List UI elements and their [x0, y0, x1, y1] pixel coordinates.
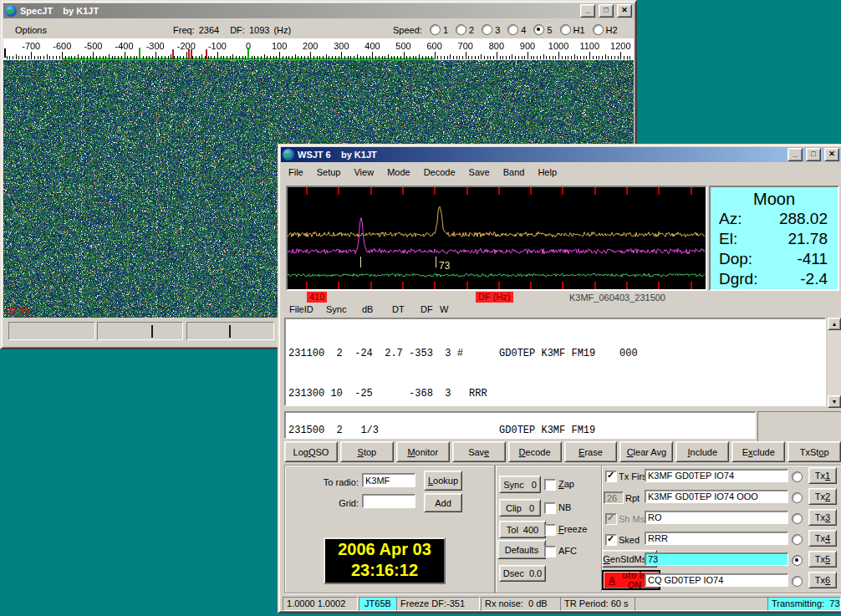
slider-panel[interactable] [97, 322, 183, 340]
tx6-message-input[interactable] [645, 573, 788, 587]
decode-line[interactable]: 231100 2 -24 2.7 -353 3 # GD0TEP K3MF FM… [288, 347, 825, 360]
stop-button[interactable]: Stop [340, 441, 394, 462]
speed-radio-2[interactable] [456, 24, 466, 35]
tx5-radio[interactable] [792, 555, 803, 566]
add-button[interactable]: Add [424, 493, 462, 512]
exclude-button[interactable]: Exclude [731, 441, 785, 462]
speed-option-3[interactable]: 3 [482, 24, 500, 35]
speed-radio-4[interactable] [507, 24, 518, 35]
decode-scrollbar[interactable]: ▲ ▼ [828, 318, 841, 408]
speed-option-1[interactable]: 1 [430, 24, 448, 35]
tx1-radio[interactable] [792, 471, 803, 482]
wsjt-minimize-button[interactable]: _ [787, 148, 803, 161]
nb-label: NB [558, 502, 571, 512]
tx2-button[interactable]: Tx2 [808, 488, 837, 505]
monitor-button[interactable]: Monitor [396, 441, 450, 462]
tx4-button[interactable]: Tx4 [808, 530, 837, 547]
tx5-message-input[interactable] [645, 552, 788, 566]
sync-control[interactable]: Sync0 [499, 476, 541, 493]
wsjt-maximize-button[interactable]: □ [806, 148, 821, 161]
freeze-label: Freeze [558, 524, 587, 534]
status-spacer [635, 597, 768, 611]
tx6-radio[interactable] [792, 576, 803, 587]
tx3-radio[interactable] [792, 513, 803, 524]
decode-text-area[interactable]: 231100 2 -24 2.7 -353 3 # GD0TEP K3MF FM… [284, 318, 826, 406]
frequency-ruler [3, 38, 634, 60]
freeze-checkbox[interactable] [544, 524, 556, 536]
tx2-radio[interactable] [792, 492, 803, 503]
dsec-control[interactable]: Dsec0.0 [499, 565, 546, 582]
speed-option-h1[interactable]: H1 [560, 24, 585, 35]
tx5-button[interactable]: Tx5 [808, 551, 837, 568]
decode-line[interactable]: 231300 10 -25 -368 3 RRR [288, 387, 825, 400]
defaults-button[interactable]: Defaults [497, 540, 546, 559]
specjt-titlebar[interactable]: SpecJT by K1JT _ □ ✕ [3, 3, 634, 18]
log-qso-button[interactable]: Log QSO [284, 441, 338, 462]
wsjt-globe-icon [283, 149, 294, 160]
menu-view[interactable]: View [348, 165, 380, 179]
lookup-button[interactable]: Lookup [424, 471, 462, 491]
freq-label: Freq: [173, 25, 195, 35]
col-header-sync: Sync [326, 304, 346, 314]
menu-decode[interactable]: Decode [418, 165, 461, 179]
tx4-radio[interactable] [792, 534, 803, 545]
wsjt-titlebar[interactable]: WSJT 6 by K1JT _ □ ✕ [281, 147, 841, 162]
slider-panel[interactable] [8, 322, 95, 340]
clip-control[interactable]: Clip0 [499, 499, 541, 517]
to-radio-input[interactable] [362, 473, 415, 487]
speed-radio-1[interactable] [430, 24, 441, 35]
tx4-message-input[interactable] [645, 532, 788, 545]
options-menu[interactable]: Options [15, 25, 47, 35]
speed-radio-h1[interactable] [560, 24, 571, 35]
rpt-label: Rpt [625, 493, 640, 503]
tx1-message-input[interactable] [645, 469, 788, 482]
clear-avg-button[interactable]: Clear Avg [619, 441, 673, 462]
grid-input[interactable] [362, 494, 415, 508]
sh-msg-checkbox[interactable] [605, 513, 617, 525]
menu-save[interactable]: Save [463, 165, 496, 179]
nb-checkbox[interactable] [544, 502, 556, 514]
tx3-button[interactable]: Tx3 [808, 509, 837, 526]
menu-file[interactable]: File [283, 165, 309, 179]
tx6-button[interactable]: Tx6 [808, 572, 837, 588]
speed-option-2[interactable]: 2 [456, 24, 474, 35]
speed-radio-3[interactable] [482, 24, 492, 35]
specjt-maximize-button[interactable]: □ [599, 4, 614, 18]
rpt-input[interactable] [604, 491, 624, 504]
tx3-message-input[interactable] [645, 511, 788, 524]
decode-button[interactable]: Decode [508, 441, 562, 462]
tx1-button[interactable]: Tx1 [808, 467, 837, 484]
params-group: Sync0 Clip0 Tol400 Defaults Dsec0.0 Zap … [495, 465, 602, 593]
menu-band[interactable]: Band [497, 165, 531, 179]
status-rx-noise: Rx noise: 0 dB [481, 597, 561, 611]
tol-control[interactable]: Tol400 [499, 521, 546, 538]
col-header-df: DF [420, 304, 433, 314]
tx2-message-input[interactable] [645, 490, 788, 503]
specjt-minimize-button[interactable]: _ [580, 4, 595, 18]
erase-button[interactable]: Erase [564, 441, 618, 462]
average-text-area[interactable]: 231500 2 1/3 GD0TEP K3MF FM19 [284, 411, 756, 439]
action-button-row: Log QSO Stop Monitor Save Decode Erase C… [284, 441, 841, 462]
save-button[interactable]: Save [452, 441, 506, 462]
zap-checkbox[interactable] [544, 479, 556, 491]
sked-checkbox[interactable] [605, 534, 617, 546]
scroll-down-icon[interactable]: ▼ [828, 395, 841, 408]
afc-checkbox[interactable] [544, 546, 556, 557]
menu-mode[interactable]: Mode [381, 165, 416, 179]
txstop-button[interactable]: TxStop [787, 441, 841, 462]
tx-first-checkbox[interactable] [605, 471, 617, 482]
speed-option-h2[interactable]: H2 [593, 24, 618, 35]
speed-option-4[interactable]: 4 [507, 24, 526, 35]
scroll-up-icon[interactable]: ▲ [828, 318, 841, 330]
speed-radio-5[interactable] [533, 24, 544, 35]
menu-setup[interactable]: Setup [311, 165, 347, 179]
speed-option-5[interactable]: 5 [533, 24, 552, 35]
specjt-close-button[interactable]: ✕ [617, 4, 632, 18]
df-label: DF: [230, 25, 245, 35]
wsjt-close-button[interactable]: ✕ [824, 148, 839, 161]
menu-help[interactable]: Help [532, 165, 563, 179]
average-line[interactable]: 231500 2 1/3 GD0TEP K3MF FM19 [288, 425, 595, 436]
include-button[interactable]: Include [675, 441, 729, 462]
slider-panel[interactable] [186, 322, 274, 340]
speed-radio-h2[interactable] [593, 24, 604, 35]
